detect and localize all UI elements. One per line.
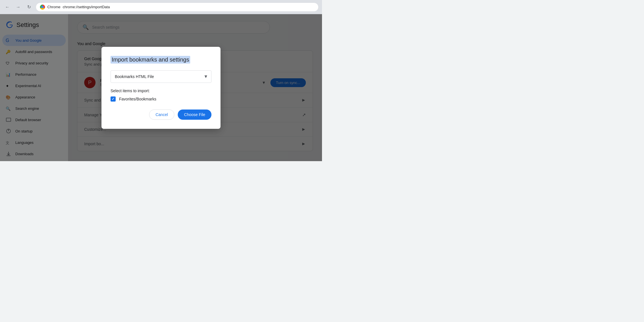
bookmarks-checkbox[interactable]: ✓ [111,96,116,102]
modal-overlay: Import bookmarks and settings Bookmarks … [0,14,322,161]
chrome-logo-icon [40,5,45,10]
checkbox-row: ✓ Favorites/Bookmarks [111,96,211,102]
choose-file-button[interactable]: Choose File [178,110,211,120]
reload-button[interactable]: ↻ [25,3,33,11]
modal-actions: Cancel Choose File [111,110,211,120]
browser-chrome: ← → ↻ Chrome chrome://settings/importDat… [0,0,322,14]
import-modal: Import bookmarks and settings Bookmarks … [101,47,221,129]
chrome-label: Chrome [47,5,60,9]
address-bar[interactable]: Chrome chrome://settings/importData [36,3,319,12]
back-button[interactable]: ← [3,3,11,11]
items-label: Select items to import: [111,89,211,93]
forward-button[interactable]: → [14,3,22,11]
source-select-wrapper: Bookmarks HTML FileGoogle ChromeMicrosof… [111,70,211,83]
cancel-button[interactable]: Cancel [149,110,175,120]
url-text: chrome://settings/importData [63,5,110,9]
source-select[interactable]: Bookmarks HTML FileGoogle ChromeMicrosof… [111,70,211,83]
checkmark-icon: ✓ [112,97,115,101]
modal-title: Import bookmarks and settings [111,56,190,64]
checkbox-label: Favorites/Bookmarks [119,97,156,101]
